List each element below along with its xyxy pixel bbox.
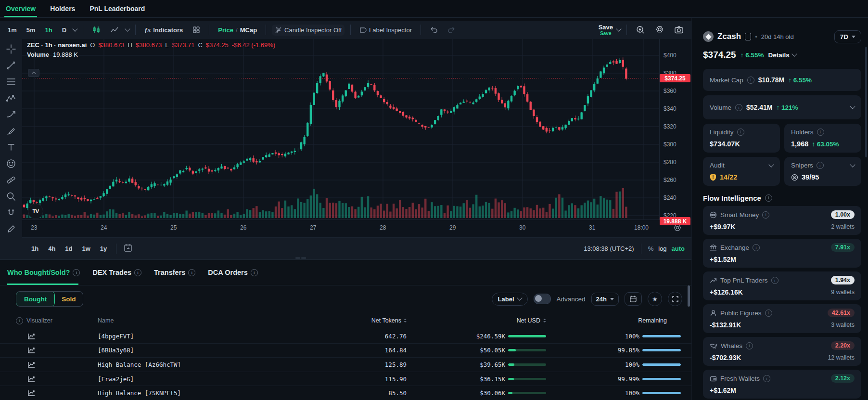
fullscreen-button[interactable] xyxy=(668,292,682,306)
info-icon[interactable] xyxy=(763,375,770,382)
snipers-card[interactable]: Snipers 39/95 xyxy=(784,157,861,186)
info-icon[interactable] xyxy=(747,77,754,84)
info-icon[interactable] xyxy=(817,162,824,169)
undo-button[interactable] xyxy=(427,25,441,35)
info-icon[interactable] xyxy=(735,104,742,111)
visualizer-chart-icon[interactable] xyxy=(0,389,98,397)
tab-holders[interactable]: Holders xyxy=(50,0,75,17)
range-1h-button[interactable]: 1h xyxy=(29,243,41,254)
volume-card[interactable]: Volume $52.41M 121% xyxy=(703,95,861,119)
flow-card-smart-money[interactable]: Smart Money 1.00x +$9.97K 2 wallets xyxy=(703,206,861,235)
info-icon[interactable] xyxy=(817,129,824,136)
info-icon[interactable] xyxy=(16,317,23,324)
interval-dropdown-icon[interactable] xyxy=(72,26,77,31)
info-icon[interactable] xyxy=(771,277,779,284)
info-icon[interactable] xyxy=(765,310,772,317)
sidebar-range-dropdown[interactable]: 7D xyxy=(834,30,861,43)
pattern-icon[interactable] xyxy=(4,93,18,103)
forecast-icon[interactable] xyxy=(4,109,18,120)
flow-card-public-figures[interactable]: Public Figures 42.61x -$132.91K 3 wallet… xyxy=(703,304,861,333)
magnet-icon[interactable] xyxy=(4,207,18,218)
brush-icon[interactable] xyxy=(4,126,18,136)
liquidity-card[interactable]: Liquidity $734.07K xyxy=(703,124,780,153)
wallet-name[interactable]: [4bpgeFVT] xyxy=(98,333,308,340)
table-row[interactable]: High Balance [Az6GhcTW] 125.89 $39.65K 1… xyxy=(0,358,691,372)
layout-grid-button[interactable] xyxy=(190,24,203,36)
bought-button[interactable]: Bought xyxy=(16,291,55,307)
chart-plot[interactable]: ZEC · 1h · nansen.ai O$380.673 H$380.673… xyxy=(22,39,659,219)
candlestick-chart[interactable] xyxy=(22,39,659,219)
timerange-dropdown[interactable]: 24h xyxy=(591,293,619,306)
info-icon[interactable] xyxy=(251,269,258,276)
tab-transfers[interactable]: Transfers xyxy=(154,269,195,276)
header-remaining[interactable]: Remaining xyxy=(638,317,667,324)
tab-dex-trades[interactable]: DEX Trades xyxy=(92,269,141,276)
favorite-star-button[interactable]: ★ xyxy=(648,292,662,306)
range-1d-button[interactable]: 1d xyxy=(63,243,75,254)
calendar-button[interactable] xyxy=(625,292,642,306)
market-cap-card[interactable]: Market Cap $10.78M 6.55% xyxy=(703,69,861,91)
trend-line-icon[interactable] xyxy=(4,60,18,71)
ruler-icon[interactable] xyxy=(4,175,18,185)
chevron-down-icon[interactable] xyxy=(850,162,855,167)
auto-scale-button[interactable]: auto xyxy=(672,245,685,252)
interval-d-button[interactable]: D xyxy=(59,25,69,36)
visualizer-chart-icon[interactable] xyxy=(0,375,98,383)
flow-card-exchange[interactable]: Exchange 7.91x +$1.52M xyxy=(703,239,861,268)
line-style-button[interactable] xyxy=(107,24,122,36)
text-tool-icon[interactable] xyxy=(4,142,18,153)
interval-1h-button[interactable]: 1h xyxy=(42,25,55,36)
table-row[interactable]: High Balance [7SKNPFt5] 85.50 $30.06K 10… xyxy=(0,386,691,400)
tab-pnl-leaderboard[interactable]: PnL Leaderboard xyxy=(89,0,145,17)
log-scale-button[interactable]: log xyxy=(658,245,666,252)
copy-address-icon[interactable] xyxy=(745,33,751,40)
flow-card-fresh-wallets[interactable]: Fresh Wallets 2.12x +$1.62M xyxy=(703,370,861,399)
redo-button[interactable] xyxy=(445,25,459,35)
fib-retracement-icon[interactable] xyxy=(4,77,18,87)
flow-card-whales[interactable]: Whales 2.20x -$702.93K 12 wallets xyxy=(703,337,861,366)
save-button[interactable]: Save Save xyxy=(599,24,613,36)
go-to-date-icon[interactable] xyxy=(123,243,133,254)
header-name[interactable]: Name xyxy=(98,317,308,324)
visualizer-chart-icon[interactable] xyxy=(0,347,98,354)
info-icon[interactable] xyxy=(134,269,141,276)
time-axis[interactable]: 23 24 25 26 27 28 29 30 31 18:00 xyxy=(22,219,691,237)
interval-5m-button[interactable]: 5m xyxy=(24,25,38,36)
audit-card[interactable]: Audit 14/22 xyxy=(703,157,780,186)
header-net-usd[interactable]: Net USD xyxy=(517,317,540,324)
advanced-toggle[interactable] xyxy=(534,294,551,304)
candle-inspector-button[interactable]: Candle Inspector Off xyxy=(272,25,345,36)
range-1w-button[interactable]: 1w xyxy=(80,243,93,254)
info-icon[interactable] xyxy=(762,211,769,219)
wallet-name[interactable]: [Frwa2jeG] xyxy=(98,375,308,383)
camera-button[interactable] xyxy=(671,24,687,36)
header-visualizer[interactable]: Visualizer xyxy=(26,317,52,324)
quick-actions-button[interactable] xyxy=(633,23,648,37)
settings-button[interactable] xyxy=(652,23,667,37)
percent-scale-button[interactable]: % xyxy=(648,245,654,252)
info-icon[interactable] xyxy=(188,269,195,276)
sold-button[interactable]: Sold xyxy=(54,292,83,306)
style-dropdown-icon[interactable] xyxy=(125,26,130,31)
tradingview-logo[interactable]: TV xyxy=(28,204,43,219)
candle-style-button[interactable] xyxy=(89,24,103,36)
label-inspector-button[interactable]: Label Inspector xyxy=(357,25,415,36)
clock[interactable]: 13:08:38 (UTC+2) xyxy=(584,245,634,252)
crosshair-icon[interactable] xyxy=(4,44,18,54)
table-row[interactable]: [6BUa3y68] 164.84 $50.05K 99.85% xyxy=(0,344,691,358)
tab-overview[interactable]: Overview xyxy=(6,0,36,17)
panel-scrollbar[interactable] xyxy=(688,285,690,307)
chevron-down-icon[interactable] xyxy=(768,162,774,167)
price-axis[interactable]: $400 $380 $360 $340 $320 $300 $280 $260 … xyxy=(659,39,691,219)
range-1y-button[interactable]: 1y xyxy=(98,243,109,254)
table-row[interactable]: [4bpgeFVT] 642.76 $246.59K 100% xyxy=(0,329,691,344)
pencil-icon[interactable] xyxy=(4,224,18,234)
label-filter-button[interactable]: Label xyxy=(492,293,528,306)
range-4h-button[interactable]: 4h xyxy=(46,243,58,254)
zoom-icon[interactable] xyxy=(4,191,18,202)
interval-1m-button[interactable]: 1m xyxy=(5,25,20,36)
legend-collapse-button[interactable] xyxy=(28,69,39,77)
info-icon[interactable] xyxy=(765,194,772,202)
wallet-name[interactable]: High Balance [Az6GhcTW] xyxy=(98,361,308,368)
info-icon[interactable] xyxy=(73,269,80,276)
